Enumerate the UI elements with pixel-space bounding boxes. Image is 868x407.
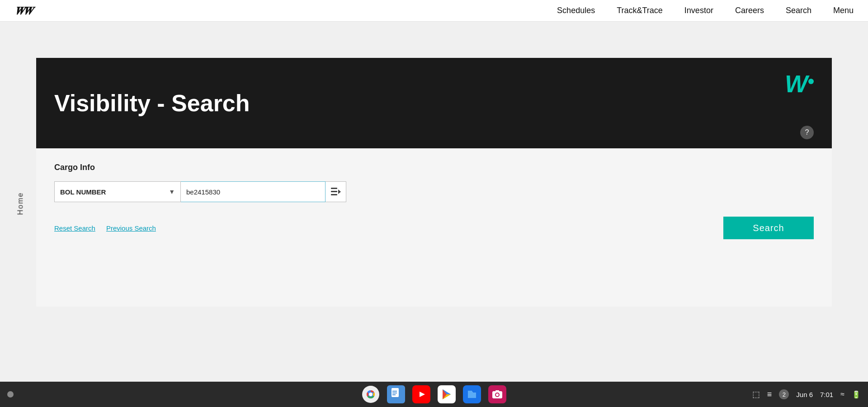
actions-row: Reset Search Previous Search Search [54, 217, 814, 239]
nav-search[interactable]: Search [786, 6, 811, 15]
taskbar-docs-icon[interactable] [387, 385, 405, 403]
menu-list-icon[interactable]: ≡ [767, 390, 772, 399]
bol-dropdown-wrapper[interactable]: BOL NUMBER CONTAINER NUMBER BOOKING NUMB… [54, 181, 181, 202]
nav-menu[interactable]: Menu [833, 6, 854, 15]
taskbar-playstore-icon[interactable] [438, 385, 456, 403]
taskbar-chrome-icon[interactable] [362, 385, 380, 403]
hero-logo: W [785, 71, 814, 96]
svg-rect-20 [495, 390, 499, 392]
left-actions: Reset Search Previous Search [54, 224, 156, 232]
taskbar: ⬚ ≡ 2 Jun 6 7:01 ≈ 🔋 [0, 382, 868, 407]
svg-rect-0 [331, 188, 337, 189]
svg-point-19 [496, 393, 499, 396]
search-row: BOL NUMBER CONTAINER NUMBER BOOKING NUMB… [54, 181, 814, 202]
taskbar-camera-icon[interactable] [488, 385, 506, 403]
nav-careers[interactable]: Careers [735, 6, 764, 15]
svg-rect-9 [392, 391, 397, 392]
screenshot-icon[interactable]: ⬚ [752, 389, 760, 399]
nav-investor[interactable]: Investor [684, 6, 713, 15]
list-filter-icon-button[interactable] [326, 181, 346, 202]
hero-banner: Visibility - Search W ? [36, 58, 832, 148]
notification-badge[interactable]: 2 [779, 389, 789, 399]
svg-rect-10 [392, 393, 397, 393]
top-navigation: 𝑾𝑾 Schedules Track&Trace Investor Career… [0, 0, 868, 22]
search-input[interactable] [181, 181, 326, 202]
nav-schedules[interactable]: Schedules [557, 6, 595, 15]
svg-marker-3 [338, 189, 341, 194]
svg-marker-12 [420, 392, 425, 397]
svg-rect-1 [331, 191, 337, 192]
bol-type-select[interactable]: BOL NUMBER CONTAINER NUMBER BOOKING NUMB… [60, 188, 169, 196]
reset-search-button[interactable]: Reset Search [54, 224, 95, 232]
dropdown-arrow-icon: ▼ [169, 188, 175, 195]
taskbar-files-icon[interactable] [463, 385, 481, 403]
page-title: Visibility - Search [54, 90, 250, 117]
home-side-tab[interactable]: Home [13, 183, 28, 224]
taskbar-left [7, 391, 17, 398]
taskbar-youtube-icon[interactable] [412, 385, 430, 403]
time-display: 7:01 [820, 391, 833, 398]
svg-point-7 [369, 393, 373, 396]
taskbar-center [362, 385, 506, 403]
previous-search-button[interactable]: Previous Search [106, 224, 156, 232]
site-logo[interactable]: 𝑾𝑾 [14, 5, 32, 17]
main-content: Cargo Info BOL NUMBER CONTAINER NUMBER B… [36, 148, 832, 307]
wifi-icon[interactable]: ≈ [840, 390, 844, 398]
nav-links: Schedules Track&Trace Investor Careers S… [557, 6, 854, 15]
svg-rect-11 [392, 394, 396, 395]
taskbar-right: ⬚ ≡ 2 Jun 6 7:01 ≈ 🔋 [752, 389, 861, 399]
help-icon[interactable]: ? [800, 126, 814, 139]
status-indicator [7, 391, 14, 398]
date-display: Jun 6 [796, 391, 813, 398]
nav-tracktrace[interactable]: Track&Trace [617, 6, 663, 15]
search-button[interactable]: Search [723, 217, 814, 239]
cargo-info-label: Cargo Info [54, 163, 814, 172]
battery-icon: 🔋 [852, 390, 861, 399]
svg-rect-2 [331, 194, 337, 195]
